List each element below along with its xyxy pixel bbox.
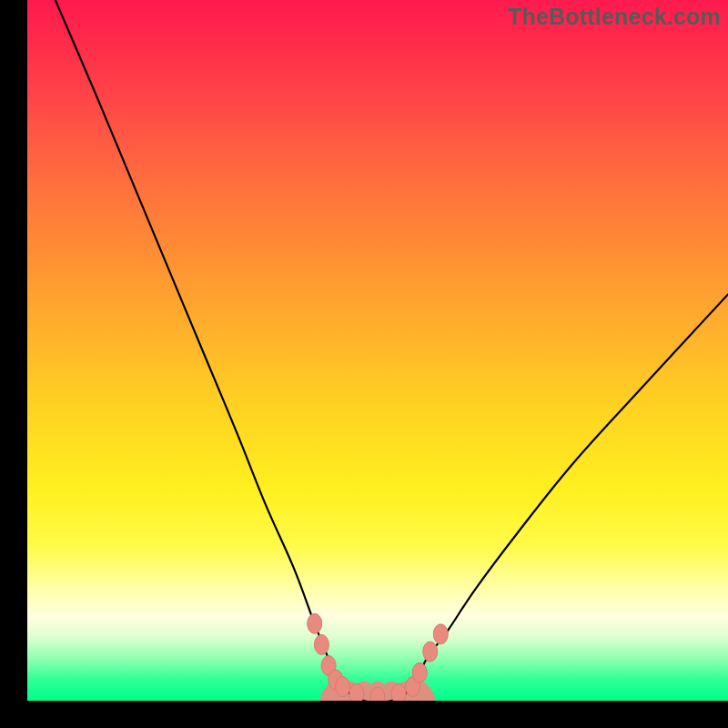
marker-dot [433,624,448,644]
marker-dot [314,634,329,654]
plot-area: TheBottleneck.com [27,0,728,701]
marker-dot [308,613,322,633]
marker-dot [423,642,438,662]
marker-dot [412,662,427,682]
chart-frame: TheBottleneck.com [0,0,728,728]
marker-dot [391,683,406,701]
marker-dot [336,677,350,697]
bottleneck-curve [56,0,728,701]
curve-layer [27,0,728,701]
marker-dot [349,683,364,701]
